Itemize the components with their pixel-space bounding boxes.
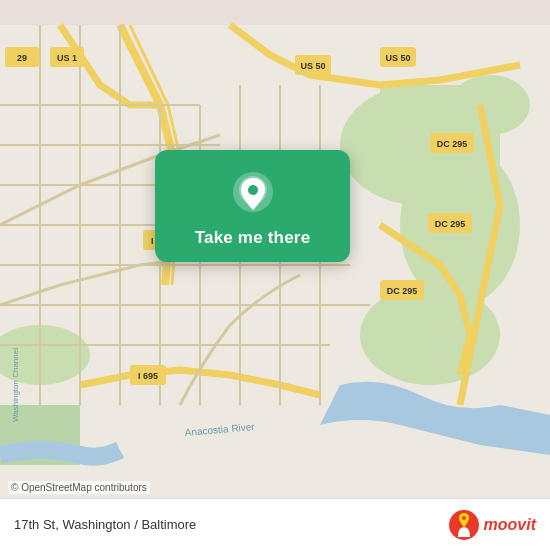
destination-card: Take me there: [155, 150, 350, 262]
moovit-logo: moovit: [448, 509, 536, 541]
location-pin-icon: [229, 168, 277, 216]
svg-text:US 50: US 50: [385, 53, 410, 63]
map-container: US 1 29 US 50 US 50 I 395 DC 295 DC 295 …: [0, 0, 550, 550]
svg-text:29: 29: [17, 53, 27, 63]
moovit-icon: [448, 509, 480, 541]
location-label: 17th St, Washington / Baltimore: [14, 517, 196, 532]
svg-text:DC 295: DC 295: [437, 139, 468, 149]
map-attribution: © OpenStreetMap contributors: [8, 481, 150, 494]
svg-text:Washington Channel: Washington Channel: [11, 348, 20, 422]
svg-text:DC 295: DC 295: [387, 286, 418, 296]
moovit-brand-label: moovit: [484, 516, 536, 534]
svg-point-45: [248, 185, 258, 195]
take-me-there-button[interactable]: Take me there: [195, 228, 311, 248]
svg-point-48: [462, 516, 466, 520]
svg-text:I 695: I 695: [138, 371, 158, 381]
svg-text:US 50: US 50: [300, 61, 325, 71]
svg-text:US 1: US 1: [57, 53, 77, 63]
map-background: US 1 29 US 50 US 50 I 395 DC 295 DC 295 …: [0, 0, 550, 550]
bottom-bar: 17th St, Washington / Baltimore moovit: [0, 498, 550, 550]
svg-text:DC 295: DC 295: [435, 219, 466, 229]
